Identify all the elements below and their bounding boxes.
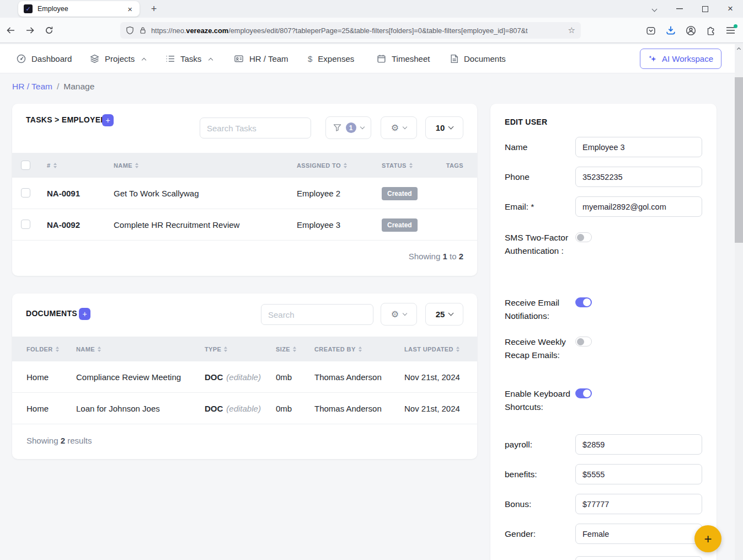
add-task-button[interactable]: +: [102, 114, 114, 126]
browser-window: ✓ Employee × + × https:: [0, 0, 743, 560]
layers-icon: [90, 54, 99, 63]
benefits-field[interactable]: [575, 464, 702, 484]
downloads-icon[interactable]: [665, 24, 677, 36]
account-icon[interactable]: [685, 24, 697, 36]
reload-button[interactable]: [42, 24, 56, 37]
pocket-icon[interactable]: [645, 24, 657, 36]
menu-hamburger-icon[interactable]: [724, 24, 736, 36]
row-checkbox[interactable]: [21, 220, 30, 229]
col-header-name[interactable]: NAME: [76, 337, 101, 361]
page-scrollbar[interactable]: [735, 44, 743, 560]
task-row[interactable]: NA-0091 Get To Work Scallywag Employee 2…: [12, 178, 477, 209]
keyboard-shortcuts-label: Enable Keyboard Shortcuts:: [505, 383, 575, 413]
doc-last-updated: Nov 21st, 2024: [404, 361, 460, 393]
document-row[interactable]: Home Loan for Johnson Joes DOC(editable)…: [12, 393, 477, 424]
start-date-field[interactable]: [575, 556, 702, 560]
nav-item-documents[interactable]: Documents: [450, 44, 506, 73]
col-header-size[interactable]: SIZE: [276, 337, 296, 361]
new-tab-button[interactable]: +: [147, 2, 161, 15]
documents-search-input[interactable]: [261, 304, 373, 325]
doc-name: Compliance Review Meeting: [76, 361, 181, 393]
url-bar[interactable]: https://neo.vereaze.com/employees/edit/8…: [120, 22, 581, 39]
documents-page-size-select[interactable]: 25: [425, 303, 463, 326]
shield-icon[interactable]: [126, 26, 134, 35]
toggle-row-email-notifications: Receive Email Notifiations:: [505, 292, 702, 322]
col-header-type[interactable]: TYPE: [205, 337, 227, 361]
close-button[interactable]: ×: [718, 0, 743, 18]
documents-table-header: FOLDER NAME TYPE SIZE CREATED BY LAST UP…: [12, 337, 477, 361]
col-header-folder[interactable]: FOLDER: [26, 337, 59, 361]
floating-add-button[interactable]: +: [694, 525, 721, 552]
breadcrumb: HR / Team / Manage: [12, 82, 94, 92]
col-header-assigned[interactable]: ASSIGNED TO: [297, 153, 347, 178]
toggle-knob: [583, 390, 591, 397]
id-card-icon: [234, 54, 244, 63]
ai-workspace-button[interactable]: AI Workspace: [640, 49, 721, 69]
tasks-page-size-select[interactable]: 10: [425, 116, 463, 139]
chevron-down-icon: [448, 311, 454, 316]
doc-type-note: (editable): [226, 372, 261, 382]
col-header-last-updated[interactable]: LAST UPDATED: [404, 337, 459, 361]
doc-created-by: Thomas Anderson: [314, 361, 382, 393]
weekly-recap-toggle[interactable]: [575, 337, 592, 346]
task-row[interactable]: NA-0092 Complete HR Recruitment Review E…: [12, 209, 477, 241]
app-navbar: Dashboard Projects Tasks HR / Team $ Exp…: [0, 44, 735, 73]
minimize-button[interactable]: [667, 0, 692, 18]
col-header-status[interactable]: STATUS: [382, 153, 413, 178]
payroll-field[interactable]: [575, 434, 702, 455]
status-badge: Created: [382, 187, 418, 200]
tasks-filter-button[interactable]: 1: [325, 116, 371, 139]
bonus-field[interactable]: [575, 494, 702, 514]
task-status: Created: [382, 209, 418, 241]
breadcrumb-link[interactable]: HR / Team: [12, 82, 52, 92]
scrollbar-thumb[interactable]: [735, 77, 743, 243]
tasks-search-input[interactable]: [200, 118, 311, 138]
extensions-puzzle-icon[interactable]: [704, 24, 717, 36]
nav-item-timesheet[interactable]: Timesheet: [377, 44, 430, 73]
col-header-tags[interactable]: TAGS: [446, 153, 463, 178]
doc-name: Loan for Johnson Joes: [76, 393, 160, 424]
browser-tab[interactable]: ✓ Employee ×: [18, 1, 140, 17]
col-header-id[interactable]: #: [47, 153, 57, 178]
back-button[interactable]: [4, 24, 17, 37]
tasks-settings-button[interactable]: ⚙: [381, 116, 417, 139]
nav-item-dashboard[interactable]: Dashboard: [17, 44, 72, 73]
maximize-button[interactable]: [692, 0, 718, 18]
select-all-checkbox[interactable]: [21, 161, 30, 170]
scrollbar-up-arrow-icon[interactable]: [735, 44, 743, 53]
phone-field[interactable]: [575, 167, 702, 187]
add-document-button[interactable]: +: [79, 308, 90, 320]
documents-settings-button[interactable]: ⚙: [381, 303, 417, 326]
nav-item-hr-team[interactable]: HR / Team: [234, 44, 288, 73]
document-row[interactable]: Home Compliance Review Meeting DOC(edita…: [12, 361, 477, 393]
edit-user-panel: EDIT USER Name Phone Email: * SMS Two-Fa…: [490, 104, 717, 560]
toggle-row-weekly-recap: Receive Weekly Recap Emails:: [505, 332, 702, 361]
sort-icon: [293, 346, 296, 352]
col-header-name[interactable]: NAME: [114, 153, 138, 178]
list-tabs-icon[interactable]: [642, 0, 667, 18]
email-field[interactable]: [575, 196, 702, 217]
gear-icon: ⚙: [391, 309, 399, 319]
tab-close-icon[interactable]: ×: [126, 4, 134, 14]
payroll-label: payroll:: [505, 434, 575, 455]
keyboard-shortcuts-toggle[interactable]: [575, 388, 592, 398]
nav-item-tasks[interactable]: Tasks: [165, 44, 212, 73]
lock-icon[interactable]: [139, 26, 147, 35]
toolbar-icons: [645, 18, 736, 43]
email-notifications-toggle[interactable]: [575, 297, 592, 307]
menu-notification-dot: [734, 24, 737, 28]
doc-size: 0mb: [276, 393, 292, 424]
ai-workspace-label: AI Workspace: [662, 54, 713, 63]
nav-label: HR / Team: [249, 54, 288, 63]
name-field[interactable]: [575, 137, 702, 157]
gender-field[interactable]: [575, 524, 702, 544]
nav-item-projects[interactable]: Projects: [90, 44, 146, 73]
sms-2fa-toggle[interactable]: [575, 232, 592, 242]
row-checkbox[interactable]: [21, 188, 30, 198]
nav-item-expenses[interactable]: $ Expenses: [308, 44, 354, 73]
forward-button[interactable]: [23, 24, 36, 37]
filter-count-badge: 1: [346, 122, 356, 133]
col-header-created-by[interactable]: CREATED BY: [314, 337, 362, 361]
calendar-icon: [377, 54, 386, 63]
bookmark-star-icon[interactable]: ☆: [568, 25, 575, 35]
